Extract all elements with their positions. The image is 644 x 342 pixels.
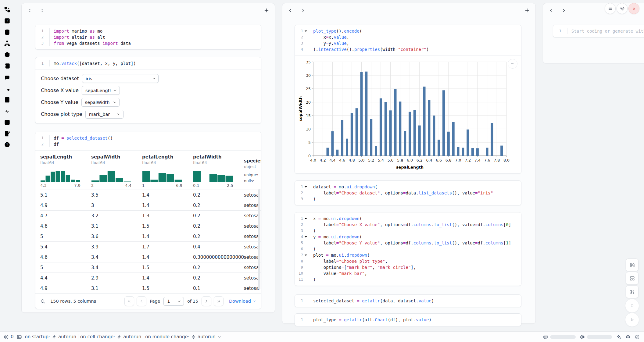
dropdown-choose-y-value[interactable]: sepalWidth [81,98,120,107]
code-editor[interactable]: 1dataset = mo.ui.dropdown(2 label="Choos… [295,181,521,205]
code-line[interactable]: 3from vega_datasets import data [35,40,261,46]
next-page-button[interactable] [202,296,211,306]
chart-output[interactable]: 4.04.24.44.64.85.05.25.45.65.86.06.26.46… [295,55,521,173]
keyboard-shortcuts-button[interactable] [626,285,639,298]
connection-status-button[interactable] [635,334,640,340]
code-editor[interactable]: 1df = selected_dataset()2df [35,132,261,150]
first-page-button[interactable] [124,296,134,306]
stop-button[interactable] [625,299,639,313]
code-line[interactable]: 5 label="Choose Y value", options=df.col… [295,240,521,246]
dropdown-choose-plot-type[interactable]: mark_bar [85,110,123,119]
tracing-icon[interactable] [4,108,11,115]
ai-assistant-button[interactable] [616,334,621,340]
code-editor[interactable]: 1plot_type().encode(2 x=x.value,3 y=y.va… [295,25,521,55]
column-header-sepalWidth[interactable]: sepalWidthfloat6424.4 [91,151,142,190]
last-page-button[interactable] [214,296,224,306]
add-cell-button[interactable] [264,8,269,13]
code-line[interactable]: 3 y=y.value, [295,40,521,46]
prev-page-button[interactable] [137,296,146,306]
code-line[interactable]: 4).interactive().properties(width="conta… [295,46,521,52]
datasources-icon[interactable] [4,29,11,36]
code-line[interactable]: 2df [35,141,261,147]
code-line[interactable]: 1plot_type().encode( [295,28,521,34]
save-button[interactable] [626,258,639,271]
dropdown-choose-x-value[interactable]: sepalLength [82,86,120,95]
panel-forward-button[interactable] [40,8,45,13]
dropdown-choose-dataset[interactable]: iris [82,74,159,83]
code-line[interactable]: 2 x=x.value, [295,34,521,40]
menu-button[interactable] [605,3,616,14]
code-editor[interactable]: 1import marimo as mo2import altair as al… [35,25,261,49]
page-select[interactable]: 1 [163,297,184,306]
code-line[interactable]: 3) [295,228,521,234]
search-icon[interactable] [40,299,45,304]
layout-button[interactable] [626,272,639,285]
add-cell-button[interactable] [524,8,530,13]
run-setting-on-startup[interactable]: on startup:autorun [25,334,76,340]
panel-back-button[interactable] [549,8,554,13]
dependency-graph-icon[interactable] [4,40,11,47]
packages-icon[interactable] [4,51,11,58]
code-line[interactable]: 4y = mo.ui.dropdown( [295,234,521,240]
code-line[interactable]: 1mo.vstack([dataset, x, y, plot]) [35,60,261,66]
snippets-icon[interactable] [4,119,11,126]
code-line[interactable]: 1dataset = mo.ui.dropdown( [295,184,521,190]
download-button[interactable]: Download [229,299,256,304]
run-all-button[interactable] [625,313,639,327]
documentation-icon[interactable] [4,96,11,103]
code-line[interactable]: 3) [295,196,521,202]
generate-with-ai-link[interactable]: generate [613,29,633,34]
code-editor[interactable]: 1selected_dataset = getattr(data, datase… [295,295,521,307]
memory-usage[interactable] [543,334,576,340]
panel-forward-button[interactable] [300,8,306,13]
notebook-icon[interactable] [4,130,11,137]
fold-icon[interactable] [304,29,308,33]
code-line[interactable]: 6) [295,246,521,252]
ai-chat-icon[interactable] [4,74,11,81]
code-line[interactable]: 2import altair as alt [35,34,261,40]
error-indicator[interactable]: 0 [4,334,14,340]
code-line[interactable]: 2 label="Choose dataset", options=data.l… [295,190,521,196]
code-line[interactable]: 7plot = mo.ui.dropdown( [295,252,521,258]
code-editor[interactable]: 1 Start coding or generate with [553,25,644,37]
column-header-petalWidth[interactable]: petalWidthfloat640.12.5 [193,151,244,190]
fold-icon[interactable] [304,216,308,221]
code-line[interactable]: 2 label="Choose X value", options=df.col… [295,222,521,228]
run-setting-on-module-change[interactable]: on module change:autorun [145,334,221,340]
code-editor[interactable]: 1mo.vstack([dataset, x, y, plot]) [35,57,261,69]
panel-forward-button[interactable] [561,8,566,13]
settings-button[interactable] [617,3,628,14]
code-line[interactable]: 1df = selected_dataset() [35,135,261,141]
logs-icon[interactable] [4,62,11,69]
file-explorer-icon[interactable] [4,6,11,13]
terminal-button[interactable] [17,334,22,340]
code-line[interactable]: 1selected_dataset = getattr(data, datase… [295,298,521,304]
help-icon[interactable]: ? [4,141,11,148]
code-line[interactable]: 10 value="mark_bar", [295,270,521,276]
code-line[interactable]: 1x = mo.ui.dropdown( [295,216,521,222]
column-header-species[interactable]: speciesobjectunique:nulls: [244,151,261,190]
bar-chart[interactable]: 4.04.24.44.64.85.05.25.45.65.86.06.26.46… [298,58,511,170]
code-editor[interactable]: 1x = mo.ui.dropdown(2 label="Choose X va… [295,212,521,286]
fold-icon[interactable] [304,185,308,189]
table-scrollbar[interactable] [258,189,260,290]
fold-icon[interactable] [304,253,308,257]
chart-actions-button[interactable] [508,59,517,69]
column-header-sepalLength[interactable]: sepalLengthfloat644.37.9 [40,151,91,190]
panel-back-button[interactable] [27,8,32,13]
fold-icon[interactable] [304,235,308,239]
copilot-button[interactable] [625,334,631,340]
functions-icon[interactable]: f [4,17,11,24]
cpu-usage[interactable] [580,334,612,340]
code-line[interactable]: 1plot_type = getattr(alt.Chart(df), plot… [295,317,521,323]
code-editor[interactable]: 1plot_type = getattr(alt.Chart(df), plot… [295,314,521,326]
column-header-petalLength[interactable]: petalLengthfloat6416.9 [142,151,193,190]
scratchpad-icon[interactable] [4,85,11,92]
run-setting-on-cell-change[interactable]: on cell change:autorun [80,334,141,340]
panel-back-button[interactable] [288,8,293,13]
shutdown-button[interactable] [628,3,639,14]
code-line[interactable]: 11) [295,276,521,283]
code-line[interactable]: 1import marimo as mo [35,28,261,34]
code-line[interactable]: 8 label="Choose plot type", [295,258,521,264]
code-line[interactable]: 9 options=["mark_bar", "mark_circle"], [295,264,521,270]
